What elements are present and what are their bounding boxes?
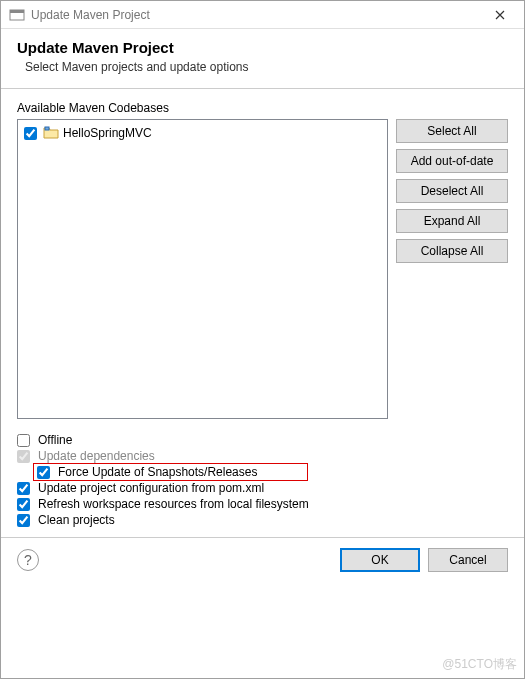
clean-option[interactable]: Clean projects (17, 513, 508, 527)
expand-all-button[interactable]: Expand All (396, 209, 508, 233)
tree-item-label: HelloSpringMVC (63, 126, 152, 140)
force-update-option[interactable]: Force Update of Snapshots/Releases (17, 465, 508, 479)
refresh-ws-option[interactable]: Refresh workspace resources from local f… (17, 497, 508, 511)
project-icon (43, 125, 59, 141)
deselect-all-button[interactable]: Deselect All (396, 179, 508, 203)
titlebar: Update Maven Project (1, 1, 524, 29)
refresh-ws-checkbox[interactable] (17, 498, 30, 511)
force-update-label: Force Update of Snapshots/Releases (58, 465, 257, 479)
dialog-description: Select Maven projects and update options (17, 60, 508, 74)
svg-rect-1 (10, 10, 24, 13)
force-update-checkbox[interactable] (37, 466, 50, 479)
tree-item-checkbox[interactable] (24, 127, 37, 140)
help-button[interactable]: ? (17, 549, 39, 571)
tree-item[interactable]: HelloSpringMVC (24, 124, 381, 142)
project-tree[interactable]: HelloSpringMVC (17, 119, 388, 419)
watermark: @51CTO博客 (442, 656, 517, 673)
clean-label: Clean projects (38, 513, 115, 527)
cancel-button[interactable]: Cancel (428, 548, 508, 572)
content-area: Available Maven Codebases HelloSpringMVC… (1, 89, 524, 427)
dialog-title: Update Maven Project (17, 39, 508, 56)
window-icon (9, 7, 25, 23)
options-area: Offline Update dependencies Force Update… (1, 427, 524, 537)
update-config-option[interactable]: Update project configuration from pom.xm… (17, 481, 508, 495)
update-deps-label: Update dependencies (38, 449, 155, 463)
close-button[interactable] (480, 2, 520, 28)
svg-rect-2 (45, 127, 49, 130)
clean-checkbox[interactable] (17, 514, 30, 527)
side-buttons: Select All Add out-of-date Deselect All … (396, 119, 508, 419)
dialog-header: Update Maven Project Select Maven projec… (1, 29, 524, 89)
update-deps-option: Update dependencies (17, 449, 508, 463)
refresh-ws-label: Refresh workspace resources from local f… (38, 497, 309, 511)
offline-checkbox[interactable] (17, 434, 30, 447)
collapse-all-button[interactable]: Collapse All (396, 239, 508, 263)
select-all-button[interactable]: Select All (396, 119, 508, 143)
add-out-of-date-button[interactable]: Add out-of-date (396, 149, 508, 173)
update-config-label: Update project configuration from pom.xm… (38, 481, 264, 495)
update-config-checkbox[interactable] (17, 482, 30, 495)
dialog-footer: ? OK Cancel (1, 537, 524, 582)
update-deps-checkbox (17, 450, 30, 463)
ok-button[interactable]: OK (340, 548, 420, 572)
titlebar-text: Update Maven Project (31, 8, 480, 22)
offline-option[interactable]: Offline (17, 433, 508, 447)
offline-label: Offline (38, 433, 72, 447)
codebases-label: Available Maven Codebases (17, 101, 508, 115)
